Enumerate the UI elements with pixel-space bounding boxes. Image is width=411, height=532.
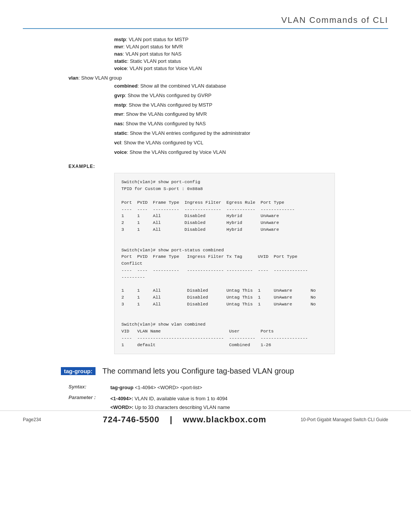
param-key-voice: voice <box>114 66 127 71</box>
param-key-static: static <box>114 58 127 64</box>
parameter-section: Parameter : <1-4094>: VLAN ID, available… <box>68 395 388 411</box>
vlan-mstp-desc: : Show the VLANs configured by MSTP <box>126 102 212 108</box>
syntax-command: tag-group <box>110 385 134 390</box>
footer-website: www.blackbox.com <box>183 415 266 424</box>
syntax-label: Syntax: <box>68 384 110 390</box>
vlan-nas-key: nas: <box>114 121 124 126</box>
param-desc-mstp: : VLAN port status for MSTP <box>126 37 188 42</box>
vlan-desc: : Show VLAN group <box>78 75 122 81</box>
param-voice: voice: VLAN port status for Voice VLAN <box>114 66 388 71</box>
param-word-key: <WORD>: <box>110 404 134 410</box>
param-1094-key: <1-4094>: <box>110 396 133 401</box>
vlan-sub-gvrp: gvrp: Show the VLANs configured by GVRP <box>114 92 388 100</box>
vlan-voice-desc: : Show the VLANs configured by Voice VLA… <box>127 149 226 155</box>
vlan-group-label: vlan: Show VLAN group <box>68 75 388 81</box>
vlan-gvrp-desc: : Show the VLANs configured by GVRP <box>125 93 212 98</box>
vlan-vcl-key: vcl <box>114 140 121 145</box>
example-label: EXAMPLE: <box>68 164 388 169</box>
vlan-sub-vcl: vcl: Show the VLANs configured by VCL <box>114 139 388 147</box>
page: VLAN Commands of CLI mstp: VLAN port sta… <box>0 0 411 436</box>
param-mstp: mstp: VLAN port status for MSTP <box>114 37 388 42</box>
param-desc-mvr: : VLAN port status for MVR <box>123 44 183 50</box>
param-static: static: Static VLAN port status <box>114 58 388 64</box>
param-key-nas: nas <box>114 51 123 57</box>
vlan-sub-static: static: Show the VLAN entries configured… <box>114 129 388 137</box>
vlan-sub-combined: combined: Show all the combined VLAN dat… <box>114 82 388 90</box>
vlan-static-key: static <box>114 130 127 136</box>
footer-guide: 10-Port Gigabit Managed Switch CLI Guide <box>301 417 388 422</box>
vlan-nas-desc: Show the VLANs configured by NAS <box>124 121 206 126</box>
vlan-mvr-key: mvr <box>114 111 123 117</box>
vlan-combined-desc: : Show all the combined VLAN database <box>137 83 226 89</box>
page-title: VLAN Commands of CLI <box>23 15 388 25</box>
syntax-args: <1-4094> <WORD> <port-list> <box>134 385 202 390</box>
vlan-voice-key: voice <box>114 149 127 155</box>
vlan-sub-voice: voice: Show the VLANs configured by Voic… <box>114 149 388 157</box>
footer: Page234 724-746-5500 | www.blackbox.com … <box>0 411 411 425</box>
footer-separator: | <box>170 415 172 424</box>
vlan-mvr-desc: : Show the VLANs configured by MVR <box>123 111 207 117</box>
code-example: Switch(vlan)# show port-config TPID for … <box>114 173 335 354</box>
param-1094: <1-4094>: VLAN ID, available value is fr… <box>110 395 230 403</box>
parameter-label: Parameter : <box>68 395 110 400</box>
tag-group-badge: tag-group: <box>61 367 96 375</box>
tag-group-section: tag-group: The command lets you Configur… <box>61 366 388 376</box>
parameter-values: <1-4094>: VLAN ID, available value is fr… <box>110 395 230 411</box>
vlan-static-desc: : Show the VLAN entries configured by th… <box>127 130 250 136</box>
vlan-sub-mvr: mvr: Show the VLANs configured by MVR <box>114 110 388 118</box>
vlan-combined-key: combined <box>114 83 137 89</box>
param-desc-voice: : VLAN port status for Voice VLAN <box>127 66 202 71</box>
syntax-section: Syntax: tag-group <1-4094> <WORD> <port-… <box>68 384 388 392</box>
vlan-key: vlan <box>68 75 78 81</box>
param-nas: nas: VLAN port status for NAS <box>114 51 388 57</box>
vlan-gvrp-key: gvrp <box>114 93 125 98</box>
param-key-mstp: mstp <box>114 37 126 42</box>
param-1094-desc: VLAN ID, available value is from 1 to 40… <box>133 396 228 401</box>
param-mvr: mvr: VLAN port status for MVR <box>114 44 388 50</box>
vlan-vcl-desc: : Show the VLANs configured by VCL <box>121 140 203 145</box>
param-key-mvr: mvr <box>114 44 123 50</box>
param-desc-nas: : VLAN port status for NAS <box>123 51 182 57</box>
footer-contact: 724-746-5500 | www.blackbox.com <box>68 415 301 425</box>
footer-phone-number: 724-746-5500 <box>103 415 159 424</box>
header-divider <box>23 28 388 29</box>
vlan-mstp-key: mstp <box>114 102 126 108</box>
vlan-sub-mstp: mstp: Show the VLANs configured by MSTP <box>114 101 388 109</box>
port-params-section: mstp: VLAN port status for MSTP mvr: VLA… <box>23 37 388 71</box>
param-desc-static: : Static VLAN port status <box>127 58 181 64</box>
vlan-group-section: vlan: Show VLAN group combined: Show all… <box>23 75 388 156</box>
footer-page: Page234 <box>23 417 68 422</box>
vlan-sub-nas: nas: Show the VLANs configured by NAS <box>114 120 388 128</box>
syntax-value: tag-group <1-4094> <WORD> <port-list> <box>110 384 202 392</box>
param-word-desc: Up to 33 characters describing VLAN name <box>134 404 230 410</box>
tag-group-description: The command lets you Configure tag-based… <box>102 366 388 376</box>
